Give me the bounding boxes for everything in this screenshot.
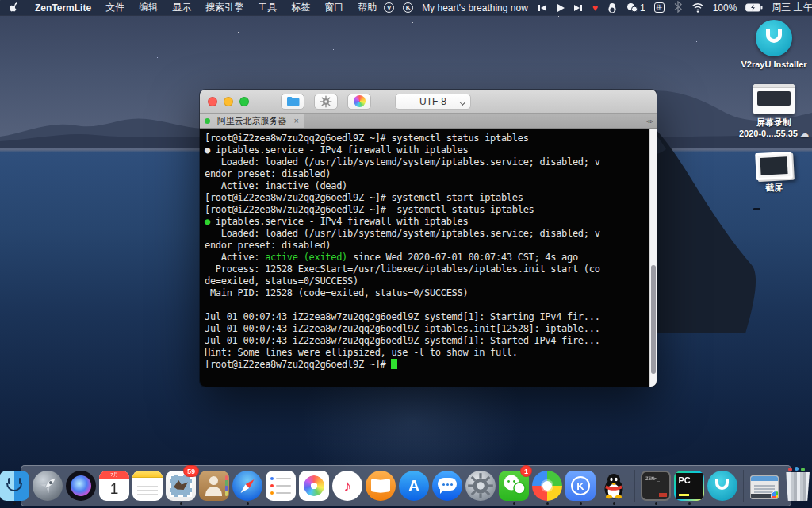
dock-icon-siri[interactable] (65, 467, 97, 505)
dock-icon-browser360[interactable] (531, 467, 563, 505)
menu-bar-left: ZenTermLite 文件编辑显示搜索引擎工具标签窗口帮助 (0, 0, 384, 15)
color-scheme-button[interactable] (347, 94, 371, 110)
menu-item-1[interactable]: 文件 (98, 0, 132, 15)
terminal-line: [root@iZ2zea8w7zu2qq2g6oedl9Z ~]# (205, 359, 645, 371)
dock-icon-launchpad[interactable] (32, 467, 63, 505)
terminal-scrollbar[interactable] (649, 129, 657, 387)
dock-icon-calendar[interactable]: 7月1 (98, 467, 130, 505)
dock-icon-appstore[interactable]: A (398, 467, 430, 505)
dock-icon-messages[interactable] (431, 467, 463, 505)
session-tab-title: 阿里云北京服务器 (215, 115, 289, 127)
encoding-select[interactable]: UTF-8 (395, 94, 471, 110)
app-menus: 文件编辑显示搜索引擎工具标签窗口帮助 (98, 0, 384, 15)
dock-icon-mail[interactable]: 59 (165, 467, 197, 505)
dock-icon-music[interactable]: ♪ (331, 467, 363, 505)
v2rayu-menu-icon[interactable]: V (384, 0, 394, 15)
running-indicator-dot (513, 502, 515, 505)
dock-icon-photos[interactable] (298, 467, 330, 505)
window-titlebar[interactable]: UTF-8 (200, 90, 657, 114)
dock-icon-books[interactable] (365, 467, 396, 505)
dock-icon-trash[interactable] (782, 467, 812, 505)
zenterm-window: UTF-8 阿里云北京服务器 × ◃▹ [root@iZ2zea8w7zu2qq… (200, 90, 657, 387)
play-icon[interactable] (556, 0, 565, 15)
next-track-icon[interactable] (573, 0, 584, 15)
encoding-value: UTF-8 (419, 96, 446, 107)
apple-menu[interactable] (0, 0, 28, 15)
menu-item-4[interactable]: 搜索引擎 (198, 0, 251, 15)
v2rayu-app-icon (756, 20, 792, 56)
scrollbar-thumb[interactable] (651, 265, 656, 374)
dock-icon-v2rayu[interactable] (707, 467, 738, 505)
input-method-icon[interactable]: 拼 (654, 0, 665, 15)
dock-icon-zenterm[interactable]: ZEN>_ (640, 467, 672, 505)
terminal-line: endor preset: disabled) (205, 168, 645, 180)
previous-track-icon[interactable] (537, 0, 547, 15)
open-session-button[interactable] (281, 94, 304, 110)
now-playing-title[interactable]: My heart's breathing now (422, 0, 528, 15)
wechat-menu-icon[interactable]: 1 (626, 0, 645, 15)
session-status-dot (205, 118, 210, 124)
heart-icon[interactable]: ♥ (592, 0, 598, 15)
active-app-menu[interactable]: ZenTermLite (28, 0, 98, 15)
settings-button[interactable] (314, 94, 338, 110)
bluetooth-icon[interactable] (673, 0, 683, 15)
terminal-line: Loaded: loaded (/usr/lib/systemd/system/… (205, 228, 645, 240)
terminal-screen[interactable]: [root@iZ2zea8w7zu2qq2g6oedl9Z ~]# system… (200, 129, 657, 387)
dock-icon-minwin[interactable] (749, 467, 780, 505)
menu-item-7[interactable]: 窗口 (317, 0, 350, 15)
desktop-icon-label: V2rayU Installer (741, 60, 806, 71)
menu-bar-status: VKMy heart's breathing now♥1拼100%周三 上午12… (384, 0, 812, 15)
gear-icon (320, 95, 332, 108)
tab-close-icon[interactable]: × (294, 116, 299, 125)
running-indicator-dot (613, 502, 615, 505)
running-indicator-dot (688, 502, 691, 505)
kitsunebi-menu-icon[interactable]: K (403, 0, 413, 15)
dock-icon-reminders[interactable] (265, 467, 297, 505)
chevron-down-icon (459, 99, 465, 106)
terminal-line: Jul 01 00:07:43 iZ2zea8w7zu2qq2g6oedl9Z … (205, 323, 645, 335)
minimize-window-button[interactable] (224, 97, 233, 106)
terminal-line: Main PID: 12528 (code=exited, status=0/S… (205, 287, 645, 299)
dock-icon-qq[interactable] (598, 467, 630, 505)
dock-icon-safari[interactable] (232, 467, 263, 505)
terminal-line: Hint: Some lines were ellipsized, use -l… (205, 347, 645, 359)
notification-badge: 59 (183, 465, 199, 477)
battery-percent[interactable]: 100% (713, 0, 737, 15)
dock-icon-contacts[interactable] (198, 467, 230, 505)
running-indicator-dot (180, 502, 182, 505)
session-tab[interactable]: 阿里云北京服务器 × (200, 114, 304, 128)
dock-icon-finder[interactable] (0, 467, 30, 505)
tab-scroll-arrows[interactable]: ◃▹ (646, 114, 654, 128)
desktop-icon-screenshots[interactable]: 截屏 (756, 152, 792, 194)
running-indicator-dot (247, 502, 249, 505)
desktop-icon-v2rayu-installer[interactable]: V2rayU Installer (741, 20, 806, 71)
menu-item-3[interactable]: 显示 (165, 0, 198, 15)
terminal-line: ● iptables.service - IPv4 firewall with … (205, 144, 645, 156)
dock-icon-pycharm[interactable]: PC (673, 467, 705, 505)
battery-charging-icon[interactable] (745, 0, 763, 15)
dock-icon-wechat[interactable]: 1 (498, 467, 530, 505)
menu-item-5[interactable]: 工具 (251, 0, 284, 15)
dock-icon-notes[interactable] (132, 467, 163, 505)
desktop-icon-label: 截屏 (765, 183, 783, 194)
terminal-line: Loaded: loaded (/usr/lib/systemd/system/… (205, 156, 645, 168)
zoom-window-button[interactable] (239, 97, 249, 106)
running-indicator-dot (546, 502, 549, 505)
clock[interactable]: 周三 上午12:08 (772, 0, 812, 15)
dock-icon-sysprefs[interactable] (465, 467, 496, 505)
terminal-line: [root@iZ2zea8w7zu2qq2g6oedl9Z ~]# system… (205, 192, 645, 204)
tab-bar: 阿里云北京服务器 × ◃▹ (200, 114, 657, 129)
close-window-button[interactable] (208, 97, 217, 106)
menu-bar: ZenTermLite 文件编辑显示搜索引擎工具标签窗口帮助 VKMy hear… (0, 0, 812, 15)
menu-item-2[interactable]: 编辑 (132, 0, 165, 15)
terminal-line: endor preset: disabled) (205, 240, 645, 252)
folder-icon (286, 96, 300, 106)
menu-item-8[interactable]: 帮助 (350, 0, 384, 15)
wifi-icon[interactable] (691, 0, 704, 15)
menu-item-6[interactable]: 标签 (284, 0, 317, 15)
terminal-line: de=exited, status=0/SUCCESS) (205, 275, 645, 287)
color-wheel-icon (354, 95, 366, 107)
desktop-icon-screen-recording-file[interactable]: 屏幕录制2020-0....55.35 ☁ (739, 84, 809, 140)
dock-icon-kapp[interactable]: K (565, 467, 596, 505)
qq-menu-icon[interactable] (607, 0, 618, 15)
